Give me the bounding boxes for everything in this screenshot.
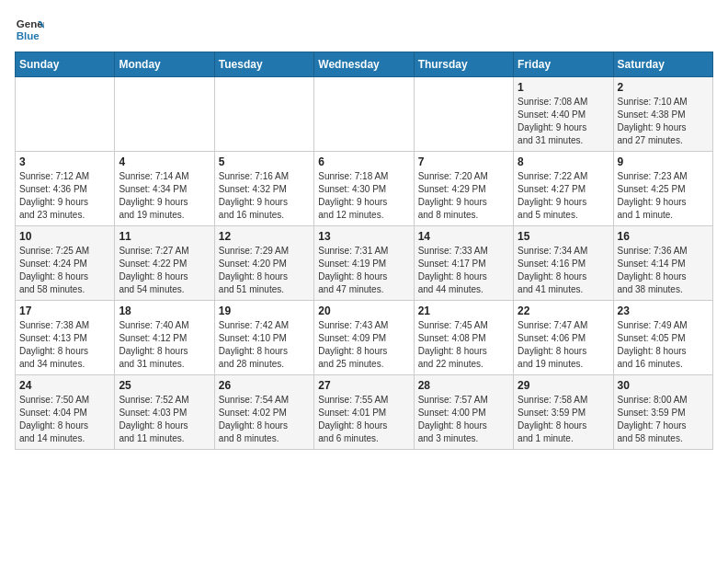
day-info: Sunrise: 7:25 AM Sunset: 4:24 PM Dayligh…: [19, 245, 110, 296]
day-cell: [115, 77, 214, 152]
day-cell: 17Sunrise: 7:38 AM Sunset: 4:13 PM Dayli…: [16, 301, 115, 375]
day-number: 17: [19, 304, 110, 317]
day-cell: 21Sunrise: 7:45 AM Sunset: 4:08 PM Dayli…: [414, 301, 513, 375]
day-cell: 24Sunrise: 7:50 AM Sunset: 4:04 PM Dayli…: [16, 375, 115, 450]
svg-text:General: General: [17, 18, 44, 29]
day-cell: 19Sunrise: 7:42 AM Sunset: 4:10 PM Dayli…: [214, 301, 313, 375]
day-number: 22: [518, 304, 609, 317]
column-header-thursday: Thursday: [414, 52, 513, 77]
day-cell: [16, 77, 115, 152]
day-info: Sunrise: 7:47 AM Sunset: 4:06 PM Dayligh…: [518, 319, 609, 371]
day-number: 14: [418, 230, 509, 243]
day-number: 9: [618, 155, 709, 168]
day-cell: 9Sunrise: 7:23 AM Sunset: 4:25 PM Daylig…: [613, 152, 712, 226]
logo: General Blue: [15, 15, 44, 44]
day-number: 10: [19, 230, 110, 243]
day-info: Sunrise: 7:36 AM Sunset: 4:14 PM Dayligh…: [618, 245, 709, 296]
day-number: 24: [19, 379, 110, 392]
day-info: Sunrise: 7:12 AM Sunset: 4:36 PM Dayligh…: [19, 170, 110, 222]
day-cell: [214, 77, 313, 152]
calendar-table: SundayMondayTuesdayWednesdayThursdayFrid…: [15, 52, 713, 450]
day-number: 19: [219, 304, 310, 317]
day-number: 16: [618, 230, 709, 243]
day-info: Sunrise: 7:40 AM Sunset: 4:12 PM Dayligh…: [119, 319, 210, 371]
day-info: Sunrise: 7:57 AM Sunset: 4:00 PM Dayligh…: [418, 394, 509, 445]
day-number: 13: [318, 230, 409, 243]
day-cell: 25Sunrise: 7:52 AM Sunset: 4:03 PM Dayli…: [115, 375, 214, 450]
day-cell: [314, 77, 414, 152]
week-row-2: 3Sunrise: 7:12 AM Sunset: 4:36 PM Daylig…: [16, 152, 713, 226]
day-info: Sunrise: 7:49 AM Sunset: 4:05 PM Dayligh…: [618, 319, 709, 371]
day-number: 21: [418, 304, 509, 317]
day-number: 23: [618, 304, 709, 317]
day-info: Sunrise: 7:23 AM Sunset: 4:25 PM Dayligh…: [618, 170, 709, 222]
day-info: Sunrise: 7:33 AM Sunset: 4:17 PM Dayligh…: [418, 245, 509, 296]
day-cell: 28Sunrise: 7:57 AM Sunset: 4:00 PM Dayli…: [414, 375, 513, 450]
day-info: Sunrise: 7:27 AM Sunset: 4:22 PM Dayligh…: [119, 245, 210, 296]
day-number: 18: [119, 304, 210, 317]
day-info: Sunrise: 7:55 AM Sunset: 4:01 PM Dayligh…: [318, 394, 409, 445]
day-cell: 27Sunrise: 7:55 AM Sunset: 4:01 PM Dayli…: [314, 375, 414, 450]
day-info: Sunrise: 7:29 AM Sunset: 4:20 PM Dayligh…: [219, 245, 310, 296]
day-cell: 20Sunrise: 7:43 AM Sunset: 4:09 PM Dayli…: [314, 301, 414, 375]
calendar-body: 1Sunrise: 7:08 AM Sunset: 4:40 PM Daylig…: [16, 77, 713, 450]
week-row-4: 17Sunrise: 7:38 AM Sunset: 4:13 PM Dayli…: [16, 301, 713, 375]
day-number: 5: [219, 155, 310, 168]
day-number: 11: [119, 230, 210, 243]
day-cell: 29Sunrise: 7:58 AM Sunset: 3:59 PM Dayli…: [514, 375, 613, 450]
week-row-5: 24Sunrise: 7:50 AM Sunset: 4:04 PM Dayli…: [16, 375, 713, 450]
day-cell: 26Sunrise: 7:54 AM Sunset: 4:02 PM Dayli…: [214, 375, 313, 450]
day-info: Sunrise: 7:50 AM Sunset: 4:04 PM Dayligh…: [19, 394, 110, 445]
day-number: 8: [518, 155, 609, 168]
day-cell: 1Sunrise: 7:08 AM Sunset: 4:40 PM Daylig…: [514, 77, 613, 152]
day-info: Sunrise: 7:22 AM Sunset: 4:27 PM Dayligh…: [518, 170, 609, 222]
column-header-wednesday: Wednesday: [314, 52, 414, 77]
day-info: Sunrise: 8:00 AM Sunset: 3:59 PM Dayligh…: [618, 394, 709, 445]
day-number: 7: [418, 155, 509, 168]
day-info: Sunrise: 7:14 AM Sunset: 4:34 PM Dayligh…: [119, 170, 210, 222]
day-number: 1: [518, 81, 609, 94]
day-info: Sunrise: 7:54 AM Sunset: 4:02 PM Dayligh…: [219, 394, 310, 445]
day-cell: 15Sunrise: 7:34 AM Sunset: 4:16 PM Dayli…: [514, 226, 613, 301]
day-cell: 30Sunrise: 8:00 AM Sunset: 3:59 PM Dayli…: [613, 375, 712, 450]
column-header-sunday: Sunday: [16, 52, 115, 77]
day-number: 15: [518, 230, 609, 243]
day-info: Sunrise: 7:58 AM Sunset: 3:59 PM Dayligh…: [518, 394, 609, 445]
day-cell: 12Sunrise: 7:29 AM Sunset: 4:20 PM Dayli…: [214, 226, 313, 301]
day-cell: 8Sunrise: 7:22 AM Sunset: 4:27 PM Daylig…: [514, 152, 613, 226]
day-cell: 10Sunrise: 7:25 AM Sunset: 4:24 PM Dayli…: [16, 226, 115, 301]
week-row-1: 1Sunrise: 7:08 AM Sunset: 4:40 PM Daylig…: [16, 77, 713, 152]
day-info: Sunrise: 7:20 AM Sunset: 4:29 PM Dayligh…: [418, 170, 509, 222]
day-cell: 7Sunrise: 7:20 AM Sunset: 4:29 PM Daylig…: [414, 152, 513, 226]
day-cell: 5Sunrise: 7:16 AM Sunset: 4:32 PM Daylig…: [214, 152, 313, 226]
day-number: 12: [219, 230, 310, 243]
day-info: Sunrise: 7:52 AM Sunset: 4:03 PM Dayligh…: [119, 394, 210, 445]
svg-text:Blue: Blue: [17, 30, 40, 41]
day-number: 6: [318, 155, 409, 168]
day-number: 29: [518, 379, 609, 392]
day-info: Sunrise: 7:45 AM Sunset: 4:08 PM Dayligh…: [418, 319, 509, 371]
day-info: Sunrise: 7:43 AM Sunset: 4:09 PM Dayligh…: [318, 319, 409, 371]
day-number: 2: [618, 81, 709, 94]
calendar-header-row: SundayMondayTuesdayWednesdayThursdayFrid…: [16, 52, 713, 77]
day-info: Sunrise: 7:31 AM Sunset: 4:19 PM Dayligh…: [318, 245, 409, 296]
day-number: 4: [119, 155, 210, 168]
day-cell: 6Sunrise: 7:18 AM Sunset: 4:30 PM Daylig…: [314, 152, 414, 226]
day-info: Sunrise: 7:10 AM Sunset: 4:38 PM Dayligh…: [618, 96, 709, 147]
day-cell: 2Sunrise: 7:10 AM Sunset: 4:38 PM Daylig…: [613, 77, 712, 152]
logo-icon: General Blue: [15, 15, 44, 44]
day-info: Sunrise: 7:38 AM Sunset: 4:13 PM Dayligh…: [19, 319, 110, 371]
day-cell: 3Sunrise: 7:12 AM Sunset: 4:36 PM Daylig…: [16, 152, 115, 226]
day-cell: 14Sunrise: 7:33 AM Sunset: 4:17 PM Dayli…: [414, 226, 513, 301]
day-cell: 23Sunrise: 7:49 AM Sunset: 4:05 PM Dayli…: [613, 301, 712, 375]
page-header: General Blue: [15, 15, 713, 44]
column-header-tuesday: Tuesday: [214, 52, 313, 77]
day-cell: 4Sunrise: 7:14 AM Sunset: 4:34 PM Daylig…: [115, 152, 214, 226]
day-number: 3: [19, 155, 110, 168]
day-number: 25: [119, 379, 210, 392]
day-cell: 16Sunrise: 7:36 AM Sunset: 4:14 PM Dayli…: [613, 226, 712, 301]
week-row-3: 10Sunrise: 7:25 AM Sunset: 4:24 PM Dayli…: [16, 226, 713, 301]
day-number: 27: [318, 379, 409, 392]
day-cell: 18Sunrise: 7:40 AM Sunset: 4:12 PM Dayli…: [115, 301, 214, 375]
day-number: 26: [219, 379, 310, 392]
